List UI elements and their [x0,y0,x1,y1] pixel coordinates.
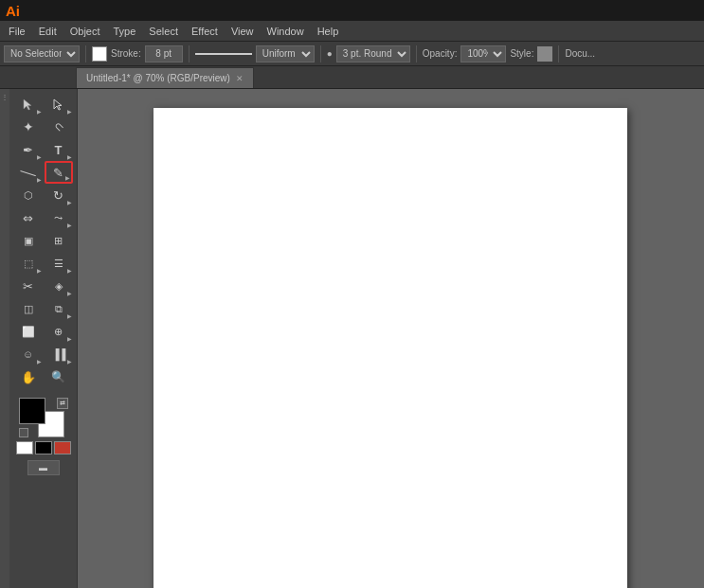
blend-icon: ◫ [24,303,33,315]
tool-row-3: ✒ ▶ T ▶ [11,138,76,161]
stroke-color-box[interactable] [92,46,107,62]
round-dropdown[interactable]: 3 pt. Round [336,45,410,62]
menu-edit[interactable]: Edit [32,21,63,41]
menu-help[interactable]: Help [311,21,346,41]
shape-builder-tool[interactable]: ⊞ [45,229,73,252]
blob-brush-icon: ⬡ [24,189,33,202]
canvas-document [153,108,627,588]
menu-window[interactable]: Window [261,21,311,41]
type-tool[interactable]: T ▶ [45,138,73,161]
pen-icon: ✒ [23,143,33,157]
sub-arrow: ▶ [67,358,72,365]
direct-selection-tool[interactable]: ▶ [45,93,73,116]
tool-row-6: ⇔ ⤳ ▶ [11,206,76,229]
collapse-icon: ⋮ [1,93,9,101]
sub-arrow: ▶ [67,199,72,205]
paintbrush-icon: ✎ [53,166,63,180]
fill-red-swatch[interactable] [54,441,71,454]
tab-close-button[interactable]: ✕ [236,74,244,83]
reset-colors-icon[interactable] [19,428,28,437]
screen-mode-button[interactable]: ▬ [27,460,60,475]
sub-arrow: ▶ [37,176,42,183]
warp-tool[interactable]: ⤳ ▶ [45,206,73,229]
sub-arrow: ▶ [65,174,70,181]
rotate-tool[interactable]: ↻ ▶ [45,184,73,206]
pen-tool[interactable]: ✒ ▶ [14,138,43,161]
menu-effect[interactable]: Effect [185,21,225,41]
sub-arrow: ▶ [67,222,72,228]
perspective-grid-tool[interactable]: ⬚ ▶ [14,252,43,275]
slice-tool[interactable]: ⊕ ▶ [45,320,73,343]
blob-brush-tool[interactable]: ⬡ [14,184,43,206]
tab-bar: Untitled-1* @ 70% (RGB/Preview) ✕ [0,66,704,89]
sub-arrow: ▶ [67,312,72,319]
selection-tool[interactable]: ▶ [14,93,43,116]
reflect-icon: ⇔ [23,211,33,225]
divider3 [320,45,321,62]
slice-icon: ⊕ [54,326,63,338]
sub-arrow: ▶ [67,153,72,160]
stroke-label: Stroke: [111,48,141,59]
stroke-input[interactable] [145,45,183,62]
reflect-tool[interactable]: ⇔ [14,206,43,229]
menu-type[interactable]: Type [107,21,143,41]
sub-arrow: ▶ [37,108,42,115]
menu-object[interactable]: Object [63,21,107,41]
tool-row-8: ⬚ ▶ ☰ ▶ [11,252,76,275]
shape-builder-icon: ⊞ [54,235,63,247]
menu-view[interactable]: View [225,21,261,41]
tab-untitled[interactable]: Untitled-1* @ 70% (RGB/Preview) ✕ [76,67,254,88]
line-tool[interactable]: ╲ ▶ [14,161,43,184]
live-paint-tool[interactable]: ⧉ ▶ [45,297,73,320]
free-transform-tool[interactable]: ▣ [14,229,43,252]
perspective-icon: ⬚ [24,258,33,270]
tool-row-12: ☺ ▶ ▐▐ ▶ [11,343,76,365]
foreground-color-swatch[interactable] [19,398,45,424]
symbol-sprayer-tool[interactable]: ☺ ▶ [14,343,43,365]
hand-tool[interactable]: ✋ [14,365,43,388]
fill-black-swatch[interactable] [35,441,52,454]
fill-none-swatch[interactable] [16,441,33,454]
artboard-tool[interactable]: ⬜ [14,320,43,343]
hand-icon: ✋ [21,370,36,384]
tool-row-4: ╲ ▶ ✎ ▶ [11,161,76,184]
chart-tool[interactable]: ☰ ▶ [45,252,73,275]
line-preview [195,53,252,55]
divider4 [416,45,417,62]
column-graph-tool[interactable]: ▐▐ ▶ [45,343,73,365]
zoom-tool[interactable]: 🔍 [45,365,73,388]
selection-dropdown[interactable]: No Selection [4,45,80,62]
eraser-tool[interactable]: ◈ ▶ [45,275,73,297]
tool-row-7: ▣ ⊞ [11,229,76,252]
divider5 [558,45,559,62]
swap-colors-icon[interactable]: ⇄ [57,398,68,409]
lasso-tool[interactable]: ⊂ [45,116,73,138]
line-icon: ╲ [20,165,35,180]
panel-collapse-handle[interactable]: ⋮ [0,89,9,588]
round-label: ● [327,48,333,59]
menu-file[interactable]: File [2,21,32,41]
canvas-area [78,89,704,588]
ai-logo: Ai [6,3,20,19]
sub-arrow: ▶ [67,290,72,296]
scissors-tool[interactable]: ✂ [14,275,43,297]
color-section: ⇄ ▬ [11,392,76,475]
style-label: Style: [510,48,533,59]
artboard-icon: ⬜ [22,326,35,338]
blend-tool[interactable]: ◫ [14,297,43,320]
sub-arrow: ▶ [67,335,72,342]
tool-row-11: ⬜ ⊕ ▶ [11,320,76,343]
menu-select[interactable]: Select [142,21,185,41]
sub-arrow: ▶ [37,358,42,365]
style-color-box[interactable] [537,46,552,62]
uniform-dropdown[interactable]: Uniform [256,45,315,62]
magic-wand-tool[interactable]: ✦ [14,116,43,138]
menu-bar: File Edit Object Type Select Effect View… [0,21,704,42]
opacity-dropdown[interactable]: 100% [460,45,506,62]
tool-row-13: ✋ 🔍 [11,365,76,388]
sub-arrow: ▶ [67,108,72,115]
lasso-icon: ⊂ [50,119,66,135]
zoom-icon: 🔍 [51,370,65,383]
free-transform-icon: ▣ [24,235,33,247]
paintbrush-tool[interactable]: ✎ ▶ [45,161,73,184]
